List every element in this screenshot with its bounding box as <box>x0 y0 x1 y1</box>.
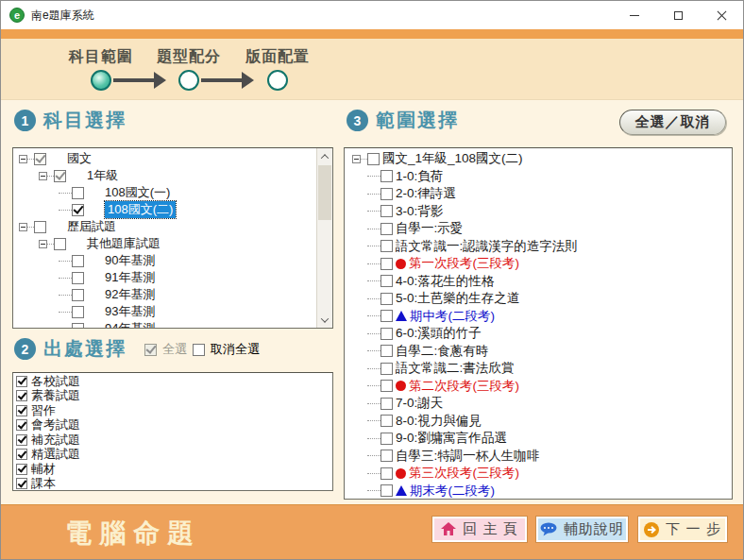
tree-item-checkbox[interactable] <box>380 240 393 252</box>
tree-item-label[interactable]: 9-0:劉墉寓言作品選 <box>396 430 507 447</box>
minimize-button[interactable] <box>613 1 656 29</box>
tree-item-checkbox[interactable] <box>54 170 66 182</box>
tree-row[interactable]: 2-0:律詩選 <box>345 185 732 203</box>
tree-item-checkbox[interactable] <box>380 170 393 182</box>
tree-item-checkbox[interactable] <box>380 205 393 217</box>
source-list-item[interactable]: 素養試題 <box>13 389 332 404</box>
tree-item-label[interactable]: 其他題庫試題 <box>87 235 161 252</box>
source-list-item[interactable]: 會考試題 <box>13 418 332 433</box>
tree-row[interactable]: 8-0:視力與偏見 <box>345 413 732 431</box>
tree-row[interactable]: 1年級 <box>13 167 317 184</box>
tree-item-label[interactable]: 108國文(一) <box>105 184 170 201</box>
tree-item-checkbox[interactable] <box>380 363 393 375</box>
tree-item-checkbox[interactable] <box>72 255 84 267</box>
tree-item-checkbox[interactable] <box>380 398 393 410</box>
source-item-checkbox[interactable] <box>16 478 27 489</box>
tree-item-label[interactable]: 期中考(二段考) <box>410 308 495 325</box>
tree-row[interactable]: 108國文(二) <box>13 201 317 218</box>
tree-row[interactable]: 9-0:劉墉寓言作品選 <box>345 430 732 448</box>
tree-item-checkbox[interactable] <box>380 415 393 427</box>
tree-item-checkbox[interactable] <box>72 323 84 330</box>
tree-row[interactable]: 國文_1年級_108國文(二) <box>345 150 732 168</box>
tree-item-checkbox[interactable] <box>380 450 393 462</box>
tree-item-label[interactable]: 5-0:土芭樂的生存之道 <box>396 290 519 307</box>
tree-item-checkbox[interactable] <box>367 153 380 165</box>
tree-item-checkbox[interactable] <box>380 467 393 480</box>
close-button[interactable] <box>700 1 743 29</box>
tree-item-checkbox[interactable] <box>34 153 46 165</box>
tree-item-label[interactable]: 92年基測 <box>105 286 155 303</box>
source-item-checkbox[interactable] <box>16 464 27 475</box>
home-button[interactable]: 回 主 頁 <box>432 517 527 542</box>
scroll-up-button[interactable] <box>317 148 332 164</box>
tree-item-checkbox[interactable] <box>72 187 84 199</box>
tree-row[interactable]: 期中考(二段考) <box>345 308 732 326</box>
tree-item-label[interactable]: 91年基測 <box>105 269 155 286</box>
deselect-all-checkbox[interactable]: 取消全選 <box>193 341 260 358</box>
tree-item-checkbox[interactable] <box>380 310 393 322</box>
source-list-item[interactable]: 各校試題 <box>13 374 332 389</box>
scroll-down-button[interactable] <box>317 312 332 328</box>
tree-item-label[interactable]: 語文常識二:書法欣賞 <box>396 360 514 377</box>
source-item-checkbox[interactable] <box>16 434 27 446</box>
tree-row[interactable]: 108國文(一) <box>13 184 317 201</box>
tree-row[interactable]: 93年基測 <box>13 303 317 320</box>
tree-row[interactable]: 歷屆試題 <box>13 218 317 235</box>
tree-item-checkbox[interactable] <box>380 223 393 235</box>
source-list-item[interactable]: 輔材 <box>13 462 332 477</box>
tree-item-label[interactable]: 90年基測 <box>105 252 155 269</box>
tree-item-label[interactable]: 1-0:負荷 <box>396 168 443 185</box>
maximize-button[interactable] <box>656 1 700 29</box>
tree-item-label[interactable]: 歷屆試題 <box>67 218 116 235</box>
tree-item-checkbox[interactable] <box>380 380 393 392</box>
tree-row[interactable]: 4-0:落花生的性格 <box>345 273 732 291</box>
tree-item-checkbox[interactable] <box>72 272 84 284</box>
source-list-item[interactable]: 精選試題 <box>13 448 332 463</box>
source-item-checkbox[interactable] <box>16 376 27 387</box>
tree-row[interactable]: 自學二:食蔥有時 <box>345 343 732 361</box>
tree-item-checkbox[interactable] <box>380 484 393 497</box>
tree-row[interactable]: 其他題庫試題 <box>13 235 317 252</box>
tree-item-label[interactable]: 2-0:律詩選 <box>396 185 456 202</box>
expander-collapse-icon[interactable] <box>352 155 361 163</box>
tree-item-checkbox[interactable] <box>72 306 84 318</box>
tree-item-label[interactable]: 3-0:背影 <box>396 203 443 220</box>
tree-item-label[interactable]: 語文常識一:認識漢字的造字法則 <box>396 238 578 255</box>
select-all-checkbox[interactable]: 全選 <box>144 341 187 358</box>
tree-item-checkbox[interactable] <box>380 345 393 357</box>
tree-row[interactable]: 5-0:土芭樂的生存之道 <box>345 290 732 308</box>
tree-item-checkbox[interactable] <box>54 238 66 250</box>
tree-item-label[interactable]: 國文 <box>67 150 92 167</box>
expander-collapse-icon[interactable] <box>19 223 27 231</box>
tree-row[interactable]: 91年基測 <box>13 269 317 286</box>
tree-item-label[interactable]: 4-0:落花生的性格 <box>396 273 494 290</box>
tree-item-label[interactable]: 8-0:視力與偏見 <box>396 413 482 430</box>
tree-row[interactable]: 90年基測 <box>13 252 317 269</box>
tree-item-checkbox[interactable] <box>72 289 84 301</box>
tree-item-label[interactable]: 93年基測 <box>105 303 155 320</box>
tree-item-checkbox[interactable] <box>380 433 393 445</box>
tree-row[interactable]: 第二次段考(三段考) <box>345 378 732 396</box>
tree-row[interactable]: 第一次段考(三段考) <box>345 255 732 273</box>
tree-row[interactable]: 94年基測 <box>13 320 317 329</box>
tree-item-checkbox[interactable] <box>380 188 393 200</box>
expander-collapse-icon[interactable] <box>19 155 27 163</box>
tree-row[interactable]: 1-0:負荷 <box>345 168 732 186</box>
help-button[interactable]: 輔助說明 <box>536 517 628 542</box>
source-item-checkbox[interactable] <box>16 419 27 431</box>
tree-item-label[interactable]: 1年級 <box>87 167 118 184</box>
tree-item-label[interactable]: 108國文(二) <box>105 201 176 218</box>
source-list-item[interactable]: 補充試題 <box>13 433 332 448</box>
tree-row[interactable]: 國文 <box>13 150 317 167</box>
tree-row[interactable]: 自學三:特調一杯人生咖啡 <box>345 448 732 466</box>
source-list-item[interactable]: 習作 <box>13 403 332 418</box>
tree-row[interactable]: 語文常識二:書法欣賞 <box>345 360 732 378</box>
tree-item-checkbox[interactable] <box>380 328 393 340</box>
expander-collapse-icon[interactable] <box>39 240 47 248</box>
tree-item-label[interactable]: 第一次段考(三段考) <box>409 255 519 272</box>
tree-item-label[interactable]: 第三次段考(三段考) <box>409 465 519 482</box>
source-item-checkbox[interactable] <box>16 449 27 460</box>
tree-row[interactable]: 3-0:背影 <box>345 203 732 221</box>
tree-item-label[interactable]: 7-0:謝天 <box>396 395 443 412</box>
tree-item-label[interactable]: 國文_1年級_108國文(二) <box>382 150 523 167</box>
